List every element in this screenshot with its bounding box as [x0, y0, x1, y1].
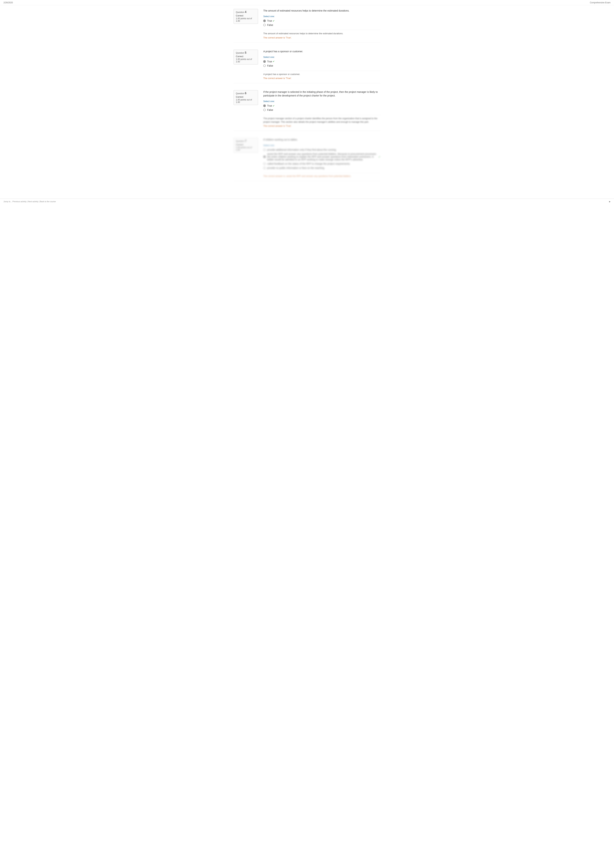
question-4-points: 1.00 points out of 1.00: [236, 17, 256, 22]
question-5-label: Question 5: [236, 52, 246, 54]
question-5-points: 1.00 points out of 1.00: [236, 58, 256, 63]
radio-true-q5: [263, 60, 266, 63]
question-6-sidebar: Question 6 Correct 1.00 points out of 1.…: [233, 90, 258, 127]
option-true-text-q5: True: [267, 60, 272, 63]
question-5-correct-answer: The correct answer is 'True'.: [263, 77, 381, 79]
checkmark-q5: ✔: [273, 60, 275, 63]
question-7-option-c: called feedback on the status of the RFP…: [263, 162, 381, 165]
question-7-option-d: provide no public information or fees on…: [263, 167, 381, 169]
page-footer: Jump to... Previous activity | Next acti…: [0, 198, 614, 205]
question-4-option-true[interactable]: True ✔: [263, 19, 381, 22]
question-4-select-label: Select one:: [263, 15, 381, 18]
main-content: Question 4 Correct 1.00 points out of 1.…: [229, 5, 385, 192]
header-date: 2/26/2020: [3, 2, 13, 4]
question-4-number: 4: [245, 11, 246, 14]
question-6-number: 6: [245, 92, 246, 95]
question-4-status: Correct: [236, 14, 256, 17]
question-6-box: Question 6 Correct 1.00 points out of 1.…: [233, 90, 258, 105]
question-7-number: 7: [245, 140, 246, 143]
question-7-points: 1.00 points out of 1.00: [236, 146, 256, 151]
radio-false-q4: [263, 24, 266, 26]
checkmark-q7: ✔: [379, 155, 381, 158]
question-4-label: Question 4: [236, 11, 246, 14]
radio-true-q6: [263, 104, 266, 107]
option-c-text-q7: called feedback on the status of the RFP…: [267, 162, 350, 165]
question-7-feedback: The correct answer is: assist the RFP an…: [263, 173, 381, 177]
question-4-feedback: The amount of estimated resources helps …: [263, 30, 381, 39]
checkmark-q4: ✔: [273, 20, 275, 22]
question-4-body: The amount of estimated resources helps …: [263, 9, 381, 39]
question-4-feedback-text: The amount of estimated resources helps …: [263, 32, 381, 35]
question-5-box: Question 5 Correct 1.00 points out of 1.…: [233, 50, 258, 65]
question-7-block: Question 7 Correct 1.00 points out of 1.…: [233, 138, 381, 181]
question-6-option-true[interactable]: True ✔: [263, 104, 381, 107]
question-7-body: If children working out to tables. Selec…: [263, 138, 381, 177]
question-7-correct-answer: The correct answer is: assist the RFP an…: [263, 175, 381, 177]
question-4-block: Question 4 Correct 1.00 points out of 1.…: [233, 9, 381, 43]
radio-d-q7: [263, 167, 266, 169]
question-4-text: The amount of estimated resources helps …: [263, 9, 381, 12]
question-6-block: Question 6 Correct 1.00 points out of 1.…: [233, 90, 381, 131]
option-true-text-q4: True: [267, 19, 272, 22]
option-false-text-q6: False: [267, 108, 273, 111]
question-6-option-false[interactable]: False: [263, 108, 381, 111]
question-6-label: Question 6: [236, 92, 246, 95]
radio-c-q7: [263, 163, 266, 165]
option-false-text-q4: False: [267, 23, 273, 26]
question-6-points: 1.00 points out of 1.00: [236, 99, 256, 104]
question-6-text: If the project manager is selected in th…: [263, 90, 381, 98]
question-6-feedback-text: The project manager section of a project…: [263, 117, 381, 124]
question-5-select-label: Select one:: [263, 56, 381, 58]
question-5-options: True ✔ False: [263, 60, 381, 67]
question-7-option-b: assist the RFP and answer any questions …: [263, 153, 381, 161]
question-4-correct-answer: The correct answer is 'True'.: [263, 36, 381, 39]
page-header: 2/26/2020 Comprehensive Exam: [0, 0, 614, 5]
question-4-options: True ✔ False: [263, 19, 381, 26]
footer-right[interactable]: ▶: [609, 200, 611, 203]
checkmark-q6: ✔: [273, 104, 275, 107]
option-a-text-q7: provide additional information only if t…: [267, 148, 337, 151]
question-6-correct-answer: The correct answer is 'True'.: [263, 125, 381, 127]
option-b-text-q7: assist the RFP and answer any questions …: [267, 153, 378, 161]
question-5-sidebar: Question 5 Correct 1.00 points out of 1.…: [233, 50, 258, 80]
question-5-number: 5: [245, 51, 246, 54]
radio-true-q4: [263, 20, 266, 22]
radio-b-q7: [263, 155, 266, 158]
question-5-feedback-text: A project has a sponsor or customer.: [263, 73, 381, 76]
question-7-select-label: Select one:: [263, 144, 381, 147]
question-4-box: Question 4 Correct 1.00 points out of 1.…: [233, 9, 258, 24]
question-5-status: Correct: [236, 55, 256, 58]
question-5-option-true[interactable]: True ✔: [263, 60, 381, 63]
question-7-status: Correct: [236, 143, 256, 146]
question-4-sidebar: Question 4 Correct 1.00 points out of 1.…: [233, 9, 258, 39]
option-d-text-q7: provide no public information or fees on…: [267, 167, 325, 169]
question-5-option-false[interactable]: False: [263, 64, 381, 67]
question-5-body: A project has a sponsor or customer. Sel…: [263, 50, 381, 80]
question-4-option-false[interactable]: False: [263, 23, 381, 26]
question-6-body: If the project manager is selected in th…: [263, 90, 381, 127]
question-6-status: Correct: [236, 96, 256, 98]
question-5-text: A project has a sponsor or customer.: [263, 50, 381, 53]
question-7-box: Question 7 Correct 1.00 points out of 1.…: [233, 138, 258, 153]
option-false-text-q5: False: [267, 64, 273, 67]
question-6-select-label: Select one:: [263, 100, 381, 102]
question-5-feedback: A project has a sponsor or customer. The…: [263, 71, 381, 80]
radio-false-q6: [263, 109, 266, 111]
radio-a-q7: [263, 149, 266, 151]
question-7-option-a: provide additional information only if t…: [263, 148, 381, 151]
question-7-sidebar: Question 7 Correct 1.00 points out of 1.…: [233, 138, 258, 177]
question-5-block: Question 5 Correct 1.00 points out of 1.…: [233, 50, 381, 83]
footer-left[interactable]: Jump to... Previous activity | Next acti…: [3, 200, 56, 203]
header-title: Comprehensive Exam: [590, 2, 611, 4]
question-7-label: Question 7: [236, 140, 246, 143]
question-7-text: If children working out to tables.: [263, 138, 381, 141]
option-true-text-q6: True: [267, 104, 272, 107]
question-6-feedback-blurred: The project manager section of a project…: [263, 115, 381, 127]
question-6-options: True ✔ False: [263, 104, 381, 111]
radio-false-q5: [263, 65, 266, 67]
question-7-options: provide additional information only if t…: [263, 148, 381, 169]
